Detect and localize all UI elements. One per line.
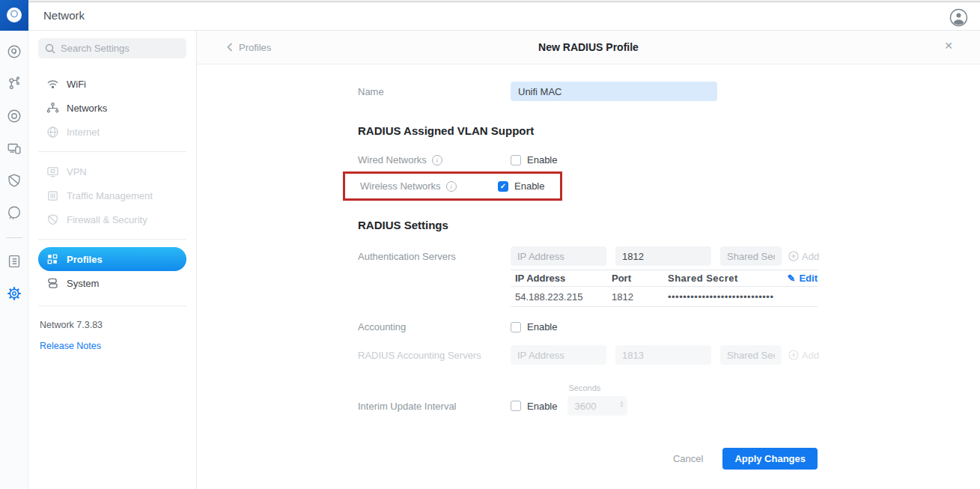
accounting-label: Accounting (358, 321, 511, 332)
radius-profile-form: Name RADIUS Assigned VLAN Support Wired … (358, 64, 818, 416)
auth-ip-input[interactable] (511, 246, 606, 266)
auth-secret-input[interactable] (720, 246, 782, 266)
sidebar-item-vpn[interactable]: VPN (38, 160, 186, 183)
sidebar-item-label: Traffic Management (67, 190, 153, 201)
wired-enable-checkbox[interactable]: ✓ (511, 155, 521, 165)
name-row: Name (358, 82, 818, 101)
sidebar-item-profiles[interactable]: Profiles (38, 247, 186, 271)
search-icon (45, 43, 55, 54)
accounting-row: Accounting ✓ Enable (358, 321, 818, 332)
radius-section-title: RADIUS Settings (358, 219, 818, 231)
close-icon[interactable]: ✕ (944, 40, 953, 51)
add-acct-server-button[interactable]: Add (788, 350, 819, 361)
version-text: Network 7.3.83 (40, 320, 186, 330)
auth-port-input[interactable] (615, 246, 711, 266)
sidebar-item-traffic-management[interactable]: Traffic Management (38, 183, 186, 207)
enable-label: Enable (527, 321, 557, 332)
sidebar-item-wifi[interactable]: WiFi (38, 72, 186, 96)
enable-label: Enable (514, 180, 544, 192)
sidebar-item-label: System (67, 278, 99, 289)
icon-rail (0, 31, 28, 489)
system-icon (46, 276, 59, 290)
page-title: New RADIUS Profile (197, 41, 980, 53)
interim-seconds-input[interactable] (567, 396, 627, 416)
server-secret-masked: •••••••••••••••••••••••••••• (668, 291, 818, 303)
chevron-left-icon (227, 43, 233, 52)
profiles-icon (46, 252, 59, 266)
add-server-button[interactable]: Add (788, 251, 819, 262)
sidebar-item-firewall-security[interactable]: Firewall & Security (38, 207, 186, 231)
wireless-highlight-box: Wireless Networks i ✓ Enable (343, 171, 562, 201)
sidebar-divider (38, 151, 186, 152)
acct-ip-input[interactable] (511, 345, 606, 365)
table-header-row: IP Address Port Shared Secret ✎ Edit (511, 270, 818, 287)
interim-enable-checkbox[interactable]: ✓ (511, 401, 521, 411)
vlan-section-title: RADIUS Assigned VLAN Support (358, 124, 818, 137)
breadcrumb-label: Profiles (239, 42, 271, 53)
sidebar-item-label: Profiles (67, 254, 103, 265)
window-edge (28, 0, 980, 2)
unifi-logo-icon[interactable] (0, 0, 28, 31)
name-input[interactable] (511, 82, 717, 101)
user-avatar-icon[interactable] (949, 8, 968, 27)
col-ip-header: IP Address (511, 273, 612, 284)
auth-servers-row: Authentication Servers Add (358, 246, 818, 266)
dashboard-icon[interactable] (5, 43, 23, 61)
clients-icon[interactable] (5, 139, 23, 157)
sidebar-divider (38, 239, 186, 240)
sidebar-item-internet[interactable]: Internet (38, 120, 186, 144)
apply-changes-button[interactable]: Apply Changes (722, 448, 818, 470)
stepper-arrows-icon[interactable]: ▲▼ (620, 401, 624, 408)
wired-networks-row: Wired Networks i ✓ Enable (358, 154, 818, 165)
acct-servers-label: RADIUS Accounting Servers (358, 350, 511, 361)
sidebar-divider (38, 306, 186, 306)
topology-icon[interactable] (5, 75, 23, 93)
accounting-enable-checkbox[interactable]: ✓ (511, 322, 521, 332)
col-secret-header: Shared Secret (668, 273, 788, 284)
modal-header: Profiles New RADIUS Profile ✕ (197, 31, 980, 64)
table-row: 54.188.223.215 1812 ••••••••••••••••••••… (511, 287, 818, 307)
plus-circle-icon (788, 251, 799, 261)
unifi-network-app: Network (0, 0, 980, 489)
internet-icon (46, 125, 59, 139)
acct-servers-row: RADIUS Accounting Servers Add (358, 345, 818, 365)
wireless-enable-checkbox[interactable]: ✓ (498, 181, 508, 192)
acct-secret-input[interactable] (720, 345, 782, 365)
enable-label: Enable (527, 154, 557, 165)
info-icon[interactable]: i (446, 181, 457, 192)
wired-networks-label: Wired Networks (358, 154, 427, 165)
security-icon[interactable] (5, 171, 23, 189)
sidebar-item-system[interactable]: System (38, 271, 186, 295)
networks-icon (46, 101, 59, 115)
insights-icon[interactable] (5, 204, 23, 222)
firewall-shield-icon (46, 213, 59, 226)
col-port-header: Port (612, 273, 668, 284)
app-title: Network (43, 9, 85, 22)
release-notes-link[interactable]: Release Notes (40, 341, 101, 351)
edit-servers-button[interactable]: ✎ Edit (788, 273, 818, 284)
sidebar-item-label: VPN (67, 166, 87, 177)
cancel-button[interactable]: Cancel (673, 453, 703, 464)
acct-port-input[interactable] (615, 345, 711, 365)
wifi-icon (46, 77, 59, 91)
breadcrumb-back[interactable]: Profiles (227, 42, 271, 53)
settings-sidebar: WiFi Networks Internet VPN Traffic Manag… (28, 31, 197, 489)
sidebar-item-networks[interactable]: Networks (38, 96, 186, 120)
search-settings-input[interactable] (61, 43, 180, 54)
seconds-unit-label: Seconds (568, 383, 600, 392)
search-settings-box[interactable] (38, 38, 186, 58)
info-icon[interactable]: i (432, 155, 442, 165)
rail-divider (6, 237, 22, 238)
server-ip: 54.188.223.215 (511, 291, 612, 303)
system-log-icon[interactable] (5, 252, 23, 270)
vpn-icon (46, 165, 59, 178)
plus-circle-icon (788, 350, 799, 360)
sidebar-item-label: Firewall & Security (67, 214, 147, 225)
sidebar-item-label: Networks (67, 103, 107, 114)
settings-icon[interactable] (5, 285, 23, 303)
interim-label: Interim Update Interval (358, 401, 511, 412)
modal-footer: Cancel Apply Changes (673, 448, 818, 470)
wireless-networks-label: Wireless Networks (360, 180, 441, 192)
name-label: Name (358, 86, 511, 97)
devices-icon[interactable] (5, 107, 23, 125)
